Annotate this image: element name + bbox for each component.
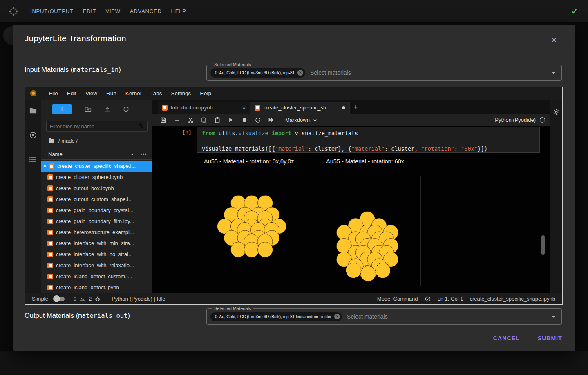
app-menu-edit[interactable]: EDIT: [83, 8, 96, 14]
breadcrumb[interactable]: / made /: [48, 137, 78, 144]
jp-menu-settings[interactable]: Settings: [166, 90, 195, 96]
cluster-visualization: [152, 167, 550, 294]
file-item[interactable]: create_grain_boundary_crystal....: [41, 205, 152, 216]
close-icon[interactable]: ✕: [551, 36, 557, 45]
file-name: create_cluster_specific_shape.i...: [57, 163, 136, 169]
file-list-header[interactable]: Name ▲ •••: [41, 149, 152, 160]
chip-delete-icon[interactable]: ✕: [297, 70, 303, 76]
search-icon: [138, 123, 144, 129]
app-menu-advanced[interactable]: ADVANCED: [130, 8, 162, 14]
input-label-prefix: Input Materials (: [25, 66, 73, 73]
refresh-icon[interactable]: [123, 106, 130, 113]
paste-cell-icon[interactable]: [210, 114, 224, 126]
mode-indicator: Mode: Command: [377, 296, 418, 302]
column-menu-icon[interactable]: •••: [140, 151, 147, 157]
file-item[interactable]: create_heterostructure_exampl...: [41, 227, 152, 238]
input-label-suffix: ): [118, 66, 121, 73]
file-item[interactable]: create_island_defect.ipynb: [41, 282, 152, 293]
status-bar: Simple 0 2 Python (Pyodide) | Idle Mode:…: [25, 293, 562, 304]
output-label-right: Au55 - Material - rotation: 60x: [326, 158, 404, 165]
cursor-position[interactable]: Ln 1, Col 1: [438, 296, 463, 302]
kernels-count: 2: [89, 296, 92, 302]
output-select-placeholder: Select materials: [347, 313, 388, 320]
running-sessions-icon[interactable]: [29, 131, 37, 139]
status-circle-icon[interactable]: [425, 296, 431, 302]
run-cell-icon[interactable]: [224, 114, 237, 126]
input-material-chip[interactable]: 0: Au, Gold, FCC (Fm-3m) 3D (Bulk), mp-8…: [210, 68, 305, 78]
jupyter-menubar: FileEditViewRunKernelTabsSettingsHelp: [25, 87, 562, 100]
output-materials-select[interactable]: Selected Materials 0: Au, Gold, FCC (Fm-…: [206, 308, 562, 325]
dropdown-caret-icon[interactable]: [552, 316, 556, 320]
file-item[interactable]: create_cluster_specific_shape.i...: [41, 161, 152, 172]
file-item[interactable]: create_cluster_sphere.ipynb: [41, 172, 152, 183]
scrollbar-thumb[interactable]: [541, 235, 545, 255]
jp-menu-run[interactable]: Run: [102, 90, 121, 96]
app-menu-view[interactable]: VIEW: [105, 8, 120, 14]
table-of-contents-icon[interactable]: [29, 156, 37, 164]
restart-kernel-icon[interactable]: [251, 114, 264, 126]
copy-cell-icon[interactable]: [197, 114, 210, 126]
dropdown-caret-icon[interactable]: [552, 72, 556, 76]
file-item[interactable]: create_cutout_box.ipynb: [41, 183, 152, 194]
save-icon[interactable]: [157, 114, 170, 126]
app-logo-icon[interactable]: [8, 6, 19, 17]
dialog-actions: CANCEL SUBMIT: [493, 332, 562, 345]
code-cell[interactable]: from utils.visualize import visualize_ma…: [197, 127, 540, 153]
input-label-code: materials_in: [73, 66, 118, 74]
file-item[interactable]: create_island_defect_custom.i...: [41, 271, 152, 282]
file-item[interactable]: create_grain_boundary_film.ipy...: [41, 216, 152, 227]
file-item[interactable]: create_interface_with_min_stra...: [41, 238, 152, 249]
jp-menu-edit[interactable]: Edit: [63, 90, 81, 96]
new-folder-icon[interactable]: [85, 106, 92, 113]
notebook-content: [9]: from utils.visualize import visuali…: [152, 126, 550, 294]
tab-introduction[interactable]: Introduction.ipynb ✕: [158, 102, 250, 114]
stop-kernel-icon[interactable]: [237, 114, 251, 126]
check-icon[interactable]: ✓: [571, 7, 578, 16]
dialog-title: JupyterLite Transformation: [25, 33, 126, 43]
input-materials-select[interactable]: Selected Materials 0: Au, Gold, FCC (Fm-…: [206, 65, 562, 81]
settings-gear-icon[interactable]: [553, 109, 560, 116]
chip-delete-icon[interactable]: ✕: [334, 314, 340, 319]
run-all-icon[interactable]: [264, 114, 278, 126]
notebook-toolbar: Markdown Python (Pyodide): [152, 114, 550, 126]
file-name: create_interface_with_relaxatio...: [56, 262, 134, 268]
kernel-name-button[interactable]: Python (Pyodide): [495, 117, 545, 123]
file-item[interactable]: create_interface_with_relaxatio...: [41, 260, 152, 271]
file-filter-input[interactable]: [50, 123, 136, 129]
jp-menu-tabs[interactable]: Tabs: [146, 90, 167, 96]
output-material-chip[interactable]: 0: Au, Gold, FCC (Fm-3m) 3D (Bulk), mp-8…: [210, 312, 342, 321]
notebook-icon: [255, 105, 260, 111]
cell-prompt: [9]:: [175, 129, 195, 136]
file-item[interactable]: create_cutout_custom_shape.i...: [41, 194, 152, 205]
file-browser-icon[interactable]: [29, 107, 37, 115]
jp-menu-kernel[interactable]: Kernel: [121, 90, 146, 96]
status-filename: create_cluster_specific_shape.ipynb: [470, 296, 555, 302]
cut-cell-icon[interactable]: [183, 114, 197, 126]
folder-icon: [48, 137, 55, 144]
notebook-icon: [47, 285, 53, 290]
cancel-button[interactable]: CANCEL: [493, 332, 520, 345]
add-tab-icon[interactable]: +: [350, 102, 362, 114]
sessions-indicator[interactable]: 0 2: [74, 296, 101, 302]
notebook-dock: Introduction.ipynb ✕ create_cluster_spec…: [152, 100, 562, 293]
jp-menu-help[interactable]: Help: [195, 90, 216, 96]
cell-type-dropdown[interactable]: Markdown: [285, 117, 317, 123]
file-name: create_cutout_box.ipynb: [56, 185, 114, 191]
tab-create-cluster[interactable]: create_cluster_specific_sh: [250, 102, 350, 114]
file-name: create_grain_boundary_film.ipy...: [56, 218, 134, 224]
upload-icon[interactable]: [104, 106, 111, 113]
submit-button[interactable]: SUBMIT: [538, 332, 562, 345]
app-menu-help[interactable]: HELP: [171, 8, 186, 14]
kernel-status-text[interactable]: Python (Pyodide) | Idle: [112, 296, 165, 302]
notebook-icon: [47, 274, 53, 279]
name-column-header[interactable]: Name: [48, 151, 63, 157]
jp-menu-view[interactable]: View: [81, 90, 102, 96]
file-list: create_cluster_specific_shape.i...create…: [41, 161, 152, 293]
add-cell-icon[interactable]: [170, 114, 183, 126]
file-item[interactable]: create_interface_with_no_strai...: [41, 249, 152, 260]
new-launcher-button[interactable]: +: [52, 104, 72, 114]
simple-mode-toggle[interactable]: [54, 297, 65, 301]
jp-menu-file[interactable]: File: [45, 90, 63, 96]
app-menu-input-output[interactable]: INPUT/OUTPUT: [30, 8, 74, 14]
tab-close-icon[interactable]: ✕: [242, 105, 246, 111]
